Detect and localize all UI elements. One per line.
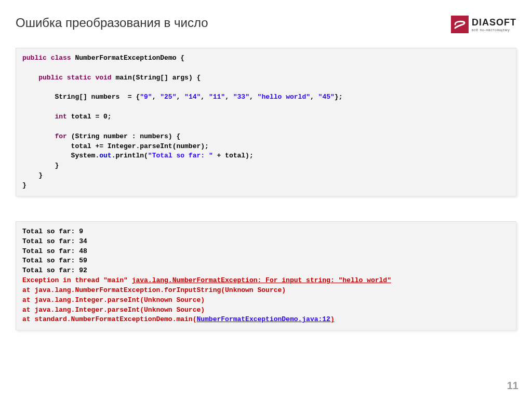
exc-prefix: Exception in thread "main" (22, 276, 132, 284)
c5: , (249, 93, 258, 101)
arr-s5: "33" (233, 93, 249, 101)
kw-for: for (55, 132, 66, 140)
close-for: } (22, 162, 59, 169)
kw-class: class (51, 54, 71, 62)
c3: , (201, 93, 209, 101)
logo-icon (451, 16, 469, 33)
kw-int: int (55, 113, 66, 121)
page-number: 11 (507, 380, 518, 392)
println-prefix: System. (22, 152, 99, 159)
out-l2: Total so far: 34 (22, 237, 87, 245)
st4-prefix: at standard.NumberFormatExceptionDemo.ma… (22, 315, 196, 323)
st4-close: ) (330, 315, 335, 323)
arr-suffix: }; (335, 93, 343, 101)
exc-rest: : For input string: "hello world" (257, 276, 391, 284)
arr-prefix: String[] numbers = { (22, 93, 140, 101)
kw-public: public (22, 54, 47, 62)
logo: DIASOFT всё по-настоящему (451, 16, 516, 33)
kw-public2: public (38, 74, 63, 82)
logo-brand: DIASOFT (472, 18, 516, 27)
out-l4: Total so far: 59 (22, 257, 87, 264)
kw-static: static (67, 74, 91, 82)
arr-s3: "14" (184, 93, 201, 101)
c4: , (225, 93, 233, 101)
code-block: public class NumberFormatExceptionDemo {… (16, 48, 516, 196)
println-mid: .println( (112, 152, 148, 159)
arr-s4: "11" (209, 93, 225, 101)
out-l3: Total so far: 48 (22, 247, 87, 255)
logo-tagline: всё по-настоящему (472, 28, 516, 32)
logo-text: DIASOFT всё по-настоящему (472, 18, 516, 32)
arr-s7: "45" (318, 93, 335, 101)
println-str: "Total so far: " (148, 152, 213, 159)
exc-link: java.lang.NumberFormatException (132, 276, 258, 284)
slide: Ошибка преобразования в число DIASOFT вс… (0, 0, 532, 399)
kw-void: void (95, 74, 111, 82)
for-rest: (String number : numbers) { (67, 132, 180, 140)
c1: , (152, 93, 161, 101)
total-rest: total = 0; (67, 113, 112, 121)
st3: at java.lang.Integer.parseInt(Unknown So… (22, 306, 205, 314)
main-sig: main(String[] args) { (116, 74, 201, 82)
arr-s1: "9" (140, 93, 152, 101)
page-title: Ошибка преобразования в число (16, 16, 208, 30)
c6: , (310, 93, 318, 101)
class-name: NumberFormatExceptionDemo { (75, 54, 184, 62)
header: Ошибка преобразования в число DIASOFT вс… (16, 16, 516, 33)
st1: at java.lang.NumberFormatException.forIn… (22, 286, 286, 294)
println-suffix: + total); (213, 152, 254, 159)
c2: , (176, 93, 184, 101)
close-class: } (22, 181, 26, 189)
println-out: out (99, 152, 111, 159)
out-l5: Total so far: 92 (22, 267, 87, 274)
close-main: } (22, 171, 43, 179)
st4-link: NumberFormatExceptionDemo.java:12 (196, 315, 330, 323)
arr-s6: "hello world" (258, 93, 310, 101)
st2: at java.lang.Integer.parseInt(Unknown So… (22, 296, 205, 304)
accum-line: total += Integer.parseInt(number); (22, 142, 209, 150)
arr-s2: "25" (160, 93, 176, 101)
out-l1: Total so far: 9 (22, 228, 83, 235)
output-block: Total so far: 9 Total so far: 34 Total s… (16, 221, 516, 330)
